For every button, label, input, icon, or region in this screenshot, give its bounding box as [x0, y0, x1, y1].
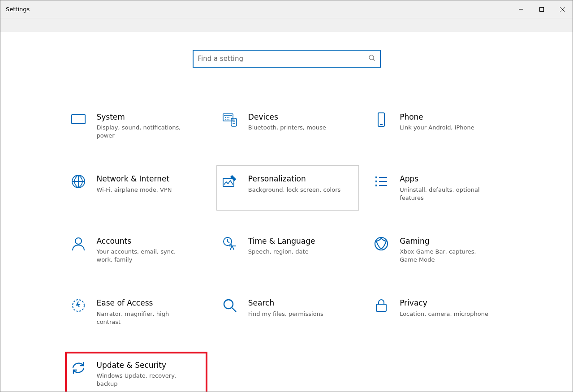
tile-desc: Narrator, magnifier, high contrast — [97, 310, 191, 326]
tile-personalization[interactable]: Personalization Background, lock screen,… — [216, 165, 359, 210]
minimize-button[interactable] — [511, 0, 531, 18]
tile-title: Personalization — [248, 174, 353, 184]
tile-desc: Speech, region, date — [248, 248, 342, 256]
tile-title: Search — [248, 298, 353, 308]
tile-title: Devices — [248, 112, 353, 122]
tile-title: Network & Internet — [97, 174, 202, 184]
svg-rect-7 — [223, 178, 234, 186]
privacy-icon — [374, 298, 389, 313]
svg-rect-0 — [540, 7, 544, 11]
tile-accounts[interactable]: Accounts Your accounts, email, sync, wor… — [65, 228, 207, 272]
svg-rect-4 — [231, 118, 237, 126]
tile-desc: Location, camera, microphone — [400, 310, 494, 318]
tile-title: Phone — [400, 112, 504, 122]
tile-title: Apps — [400, 174, 504, 184]
header-band — [0, 18, 573, 32]
svg-rect-11 — [379, 181, 387, 182]
tile-title: Privacy — [400, 298, 504, 308]
tile-desc: Your accounts, email, sync, work, family — [97, 248, 191, 264]
tile-devices[interactable]: Devices Bluetooth, printers, mouse — [216, 103, 359, 148]
apps-icon — [374, 174, 389, 189]
system-icon — [71, 112, 86, 127]
tile-title: Update & Security — [97, 360, 202, 370]
tile-desc: Bluetooth, printers, mouse — [248, 124, 342, 132]
personalization-icon — [222, 174, 237, 189]
ease-of-access-icon — [71, 298, 86, 313]
maximize-button[interactable] — [531, 0, 552, 18]
tile-apps[interactable]: Apps Uninstall, defaults, optional featu… — [368, 165, 510, 210]
svg-rect-13 — [379, 185, 387, 186]
tile-search[interactable]: Search Find my files, permissions — [216, 289, 359, 334]
svg-rect-2 — [72, 115, 85, 124]
tile-ease-of-access[interactable]: Ease of Access Narrator, magnifier, high… — [65, 289, 207, 334]
tile-desc: Background, lock screen, colors — [248, 186, 342, 194]
window-title: Settings — [6, 6, 30, 13]
svg-rect-10 — [375, 181, 377, 182]
svg-rect-19 — [376, 304, 386, 311]
tile-phone[interactable]: Phone Link your Android, iPhone — [368, 103, 510, 148]
tile-title: Time & Language — [248, 236, 353, 246]
tile-desc: Find my files, permissions — [248, 310, 342, 318]
network-icon — [71, 174, 86, 189]
close-button[interactable] — [552, 0, 573, 18]
tile-time-language[interactable]: Time & Language Speech, region, date — [216, 228, 359, 272]
tile-desc: Display, sound, notifications, power — [97, 124, 191, 140]
svg-rect-9 — [379, 177, 387, 178]
svg-point-14 — [75, 238, 82, 244]
search-input[interactable] — [198, 55, 368, 63]
svg-point-18 — [224, 300, 233, 309]
tile-desc: Wi-Fi, airplane mode, VPN — [97, 186, 191, 194]
search-icon — [368, 54, 375, 63]
tile-title: Ease of Access — [97, 298, 202, 308]
phone-icon — [374, 112, 389, 127]
search-box[interactable] — [193, 50, 381, 68]
tile-title: System — [97, 112, 202, 122]
time-language-icon — [222, 236, 237, 251]
window-controls — [511, 0, 573, 18]
search-category-icon — [222, 298, 237, 313]
tile-title: Gaming — [400, 236, 504, 246]
svg-rect-8 — [375, 177, 377, 178]
update-security-icon — [71, 360, 86, 375]
tile-privacy[interactable]: Privacy Location, camera, microphone — [368, 289, 510, 334]
tile-desc: Uninstall, defaults, optional features — [400, 186, 494, 202]
tile-gaming[interactable]: Gaming Xbox Game Bar, captures, Game Mod… — [368, 228, 510, 272]
tile-network[interactable]: Network & Internet Wi-Fi, airplane mode,… — [65, 165, 207, 210]
accounts-icon — [71, 236, 86, 251]
gaming-icon — [374, 236, 389, 251]
svg-point-1 — [369, 55, 374, 60]
tile-update-security[interactable]: Update & Security Windows Update, recove… — [65, 352, 207, 392]
tile-desc: Link your Android, iPhone — [400, 124, 494, 132]
devices-icon — [222, 112, 237, 127]
search-wrap — [0, 50, 573, 68]
tile-system[interactable]: System Display, sound, notifications, po… — [65, 103, 207, 148]
tile-title: Accounts — [97, 236, 202, 246]
tile-desc: Windows Update, recovery, backup — [97, 372, 191, 388]
svg-rect-12 — [375, 185, 377, 186]
settings-grid: System Display, sound, notifications, po… — [63, 103, 511, 392]
titlebar: Settings — [0, 0, 573, 18]
tile-desc: Xbox Game Bar, captures, Game Mode — [400, 248, 494, 264]
